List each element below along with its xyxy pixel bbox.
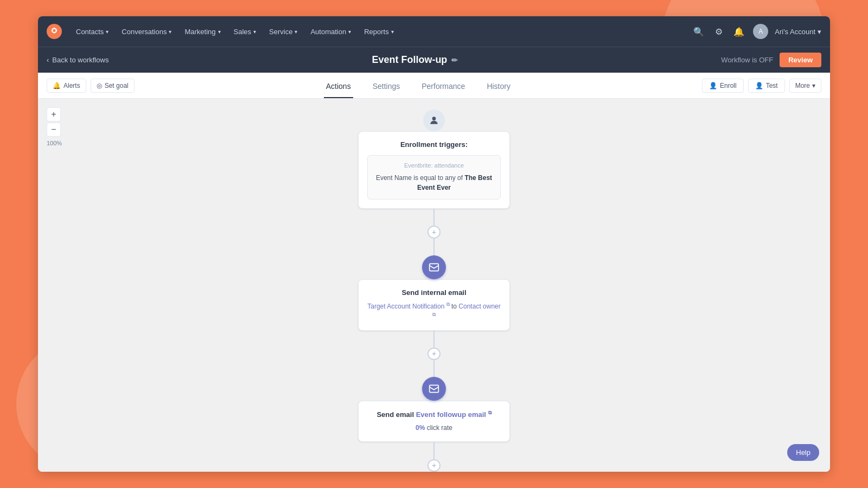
external-link-icon-1: ⧉ [446, 301, 450, 307]
edit-title-icon[interactable]: ✏ [451, 56, 458, 65]
tab-settings[interactable]: Settings [371, 82, 403, 98]
action-2-desc: 0% click rate [367, 423, 501, 433]
set-goal-button[interactable]: ◎ Set goal [91, 79, 135, 93]
account-menu[interactable]: Ari's Account ▾ [775, 28, 821, 36]
goal-icon: ◎ [97, 82, 102, 89]
action-block-1: Send internal email Target Account Notif… [358, 255, 510, 331]
hubspot-logo[interactable] [47, 24, 62, 39]
tab-actions[interactable]: Actions [324, 82, 353, 98]
avatar[interactable]: A [753, 24, 768, 39]
zoom-percent-label: 100% [47, 140, 62, 146]
tabs-center: Actions Settings Performance History [135, 73, 702, 98]
svg-point-1 [53, 29, 55, 32]
tabs-bar: 🔔 Alerts ◎ Set goal Actions Settings Per… [38, 73, 830, 99]
trigger-block: Enrollment triggers: Eventbrite: attenda… [358, 110, 510, 209]
settings-icon[interactable]: ⚙ [713, 24, 725, 39]
trigger-condition: Eventbrite: attendance Event Name is equ… [367, 155, 501, 200]
connector-3 [433, 331, 435, 348]
more-button[interactable]: More ▾ [789, 79, 821, 93]
action-2-email-icon [422, 377, 446, 401]
zoom-out-button[interactable]: − [47, 123, 61, 137]
svg-rect-4 [430, 385, 439, 392]
action-card-1[interactable]: Send internal email Target Account Notif… [358, 279, 510, 331]
action-block-2: Send email Event followup email ⧉ 0% cli… [358, 377, 510, 442]
connector-4 [433, 360, 435, 377]
enroll-icon: 👤 [709, 82, 717, 89]
trigger-card[interactable]: Enrollment triggers: Eventbrite: attenda… [358, 131, 510, 209]
enroll-button[interactable]: 👤 Enroll [702, 79, 744, 93]
nav-item-automation[interactable]: Automation [305, 24, 356, 39]
tabs-right: 👤 Enroll 👤 Test More ▾ [702, 79, 821, 93]
add-node-1[interactable]: + [427, 226, 441, 238]
canvas-area: + − 100% Enrollment triggers: [38, 99, 830, 472]
nav-item-service[interactable]: Service [264, 24, 303, 39]
trigger-icon [423, 110, 445, 131]
external-link-icon-3: ⧉ [488, 410, 492, 415]
connector-5 [433, 442, 435, 459]
add-node-3[interactable]: + [427, 459, 441, 472]
tab-history[interactable]: History [484, 82, 513, 98]
nav-item-sales[interactable]: Sales [228, 24, 262, 39]
nav-right: 🔍 ⚙ 🔔 A Ari's Account ▾ [691, 24, 821, 39]
tab-performance[interactable]: Performance [419, 82, 467, 98]
connector-2 [433, 239, 435, 255]
zoom-controls: + − 100% [47, 107, 62, 146]
trigger-card-title: Enrollment triggers: [367, 140, 501, 149]
svg-point-2 [432, 117, 436, 120]
nav-item-marketing[interactable]: Marketing [179, 24, 226, 39]
connector-1 [433, 209, 435, 226]
tabs-left: 🔔 Alerts ◎ Set goal [47, 79, 135, 93]
nav-item-contacts[interactable]: Contacts [71, 24, 114, 39]
zoom-in-button[interactable]: + [47, 107, 61, 121]
trigger-source: Eventbrite: attendance [374, 162, 494, 169]
nav-item-reports[interactable]: Reports [359, 24, 399, 39]
workflow-status-label: Workflow is OFF [721, 56, 773, 64]
notifications-icon[interactable]: 🔔 [731, 24, 746, 39]
workflow-right: Workflow is OFF Review [721, 53, 821, 67]
nav-items: Contacts Conversations Marketing Sales S… [71, 24, 691, 39]
action-1-link1[interactable]: Target Account Notification ⧉ [367, 303, 451, 310]
alert-icon: 🔔 [53, 82, 61, 89]
action-2-link1[interactable]: Event followup email ⧉ [416, 410, 492, 419]
workflow-title: Event Follow-up ✏ [108, 54, 721, 66]
action-1-desc: Target Account Notification ⧉ to Contact… [367, 301, 501, 322]
workflow-bar: ‹ Back to workflows Event Follow-up ✏ Wo… [38, 47, 830, 73]
alerts-button[interactable]: 🔔 Alerts [47, 79, 86, 93]
add-node-2[interactable]: + [427, 348, 441, 360]
test-icon: 👤 [755, 82, 763, 89]
trigger-rule: Event Name is equal to any of The Best E… [374, 173, 494, 192]
help-button[interactable]: Help [787, 444, 819, 461]
search-icon[interactable]: 🔍 [691, 24, 706, 39]
main-window: Contacts Conversations Marketing Sales S… [38, 16, 830, 472]
review-button[interactable]: Review [780, 53, 821, 67]
external-link-icon-2: ⧉ [432, 312, 436, 317]
svg-rect-3 [430, 264, 439, 271]
back-to-workflows-button[interactable]: ‹ Back to workflows [47, 56, 108, 64]
workflow-canvas: Enrollment triggers: Eventbrite: attenda… [38, 99, 830, 472]
action-1-email-icon [422, 255, 446, 279]
action-card-2[interactable]: Send email Event followup email ⧉ 0% cli… [358, 401, 510, 442]
test-button[interactable]: 👤 Test [748, 79, 785, 93]
action-1-title: Send internal email [367, 288, 501, 297]
action-2-title: Send email Event followup email ⧉ [367, 410, 501, 419]
top-nav: Contacts Conversations Marketing Sales S… [38, 16, 830, 47]
nav-item-conversations[interactable]: Conversations [116, 24, 177, 39]
